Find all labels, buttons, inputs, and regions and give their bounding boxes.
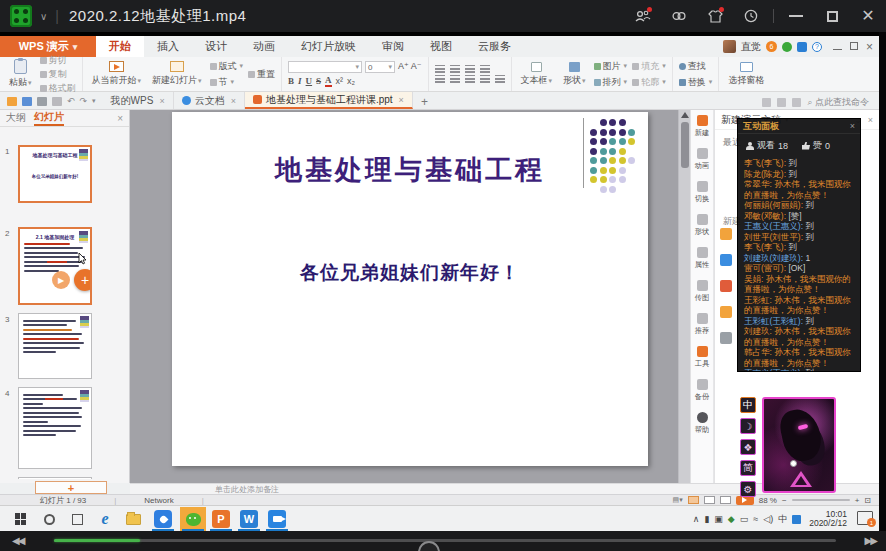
sidebar-tool-动画[interactable]: 动画 <box>691 143 713 176</box>
ime-skin-card[interactable] <box>762 397 836 493</box>
textbox-button[interactable]: 文本框▾ <box>518 57 556 91</box>
statusbar-menu-icon[interactable]: ▤▾ <box>673 496 683 504</box>
sidebar-tool-备份[interactable]: 备份 <box>691 374 713 407</box>
undo-icon[interactable]: ↶ <box>67 96 75 106</box>
taskbar-wps-writer-icon[interactable]: W <box>236 507 262 531</box>
pane-close-icon[interactable]: × <box>868 115 873 125</box>
new-document-tab-button[interactable]: + <box>413 95 436 109</box>
tray-expand-icon[interactable]: ∧ <box>693 514 700 524</box>
template-online-icon[interactable] <box>720 254 732 266</box>
sidebar-tool-属性[interactable]: 属性 <box>691 242 713 275</box>
template-more-icon[interactable] <box>720 332 732 344</box>
reset-button[interactable]: 重置 <box>248 68 275 81</box>
more-icon[interactable] <box>792 98 801 107</box>
font-family-select[interactable]: ▾ <box>288 61 362 73</box>
justify-button[interactable] <box>480 75 490 83</box>
quick-access-chevron-icon[interactable]: ▾ <box>92 97 96 105</box>
open-icon[interactable] <box>7 97 17 106</box>
normal-view-button[interactable] <box>688 496 699 504</box>
add-slide-button[interactable]: + <box>35 481 107 494</box>
taskbar-search-icon[interactable] <box>36 507 62 531</box>
number-list-button[interactable] <box>450 65 460 73</box>
slide-thumbnail-5[interactable] <box>18 477 92 479</box>
menu-tab-1[interactable]: 开始 <box>96 36 144 57</box>
menu-tab-5[interactable]: 幻灯片放映 <box>288 36 369 57</box>
indent-decrease-button[interactable] <box>465 65 475 73</box>
taskbar-recorder-icon[interactable] <box>264 507 290 531</box>
zoom-out-button[interactable]: − <box>782 496 787 505</box>
close-button[interactable]: ✕ <box>850 0 886 32</box>
preview-icon[interactable] <box>52 97 62 106</box>
zoom-slider-thumb[interactable] <box>790 460 797 467</box>
zoom-in-button[interactable]: + <box>855 496 860 505</box>
taskbar-wps-presentation-icon[interactable]: P <box>208 507 234 531</box>
help-icon[interactable]: ? <box>812 42 822 52</box>
tab-close-icon[interactable]: × <box>231 96 236 106</box>
taskbar-start-icon[interactable] <box>8 507 34 531</box>
strikethrough-button[interactable]: S <box>316 76 321 86</box>
notification-center-icon[interactable]: 1 <box>857 511 873 525</box>
font-color-button[interactable]: A <box>325 75 332 87</box>
fill-button[interactable]: 填充▾ <box>632 60 666 73</box>
vip-flame-icon[interactable]: 6 <box>766 41 777 52</box>
network-icon[interactable]: ≈ <box>753 514 758 524</box>
sidebar-tool-帮助[interactable]: 帮助 <box>691 407 713 440</box>
clock-icon[interactable] <box>733 0 769 32</box>
play-from-current-button[interactable]: 从当前开始▾ <box>89 57 145 91</box>
layout-switch-icon[interactable] <box>762 98 771 107</box>
sidebar-tool-切换[interactable]: 切换 <box>691 176 713 209</box>
wps-close-button[interactable]: × <box>866 41 873 53</box>
template-blank-icon[interactable] <box>720 228 732 240</box>
slide-canvas[interactable]: 地基处理与基础工程 各位兄弟姐妹们新年好！ <box>130 110 678 483</box>
note-icon[interactable] <box>797 42 807 52</box>
wps-restore-button[interactable] <box>850 41 858 52</box>
find-button[interactable]: 查找 <box>679 60 713 73</box>
maximize-button[interactable] <box>814 0 850 32</box>
template-category-icon[interactable] <box>720 306 732 318</box>
print-icon[interactable] <box>37 97 47 106</box>
thumbnail-add-button[interactable]: + <box>74 269 92 291</box>
taskbar-task-view-icon[interactable] <box>64 507 90 531</box>
menu-tab-6[interactable]: 审阅 <box>369 36 417 57</box>
skin-icon[interactable] <box>697 0 733 32</box>
wps-minimize-button[interactable] <box>833 41 842 52</box>
outline-button[interactable]: 轮廓▾ <box>632 76 666 89</box>
find-command-box[interactable]: ⌕ 点此查找命令 <box>807 96 869 109</box>
docer-icon[interactable] <box>782 42 792 52</box>
tab-close-icon[interactable]: × <box>159 96 164 106</box>
ime-button-1[interactable]: 中 <box>740 397 756 413</box>
canvas-scrollbar[interactable] <box>678 110 690 483</box>
gallery-icon[interactable]: ▣ <box>714 514 723 524</box>
document-tab-1[interactable]: 我的WPS× <box>103 92 174 109</box>
section-button[interactable]: 节▾ <box>210 76 244 89</box>
sync-icon[interactable] <box>777 98 786 107</box>
zoom-slider[interactable] <box>792 499 850 501</box>
copy-button[interactable]: 复制 <box>40 68 76 81</box>
paste-button[interactable]: 粘贴▾ <box>6 57 35 91</box>
ime-button-5[interactable]: ⚙ <box>740 481 756 497</box>
seek-bar[interactable] <box>54 539 836 542</box>
fit-window-button[interactable]: ⊡ <box>864 496 871 505</box>
player-menu-chevron-icon[interactable]: ∨ <box>40 11 47 22</box>
sidebar-tool-传图[interactable]: 传图 <box>691 275 713 308</box>
interaction-panel-close-icon[interactable]: × <box>850 121 855 131</box>
panel-close-icon[interactable]: × <box>117 113 123 124</box>
document-tab-2[interactable]: 云文档× <box>174 92 245 109</box>
volume-icon[interactable]: ◁) <box>763 514 773 524</box>
tab-close-icon[interactable]: × <box>399 95 404 105</box>
align-left-button[interactable] <box>435 75 445 83</box>
rewind-button[interactable]: ◀◀ <box>12 535 23 546</box>
tray-app-icon[interactable] <box>792 515 801 524</box>
menu-tab-8[interactable]: 云服务 <box>465 36 524 57</box>
italic-button[interactable]: I <box>298 76 302 86</box>
ime-language-icon[interactable]: 中 <box>778 513 787 526</box>
bold-button[interactable]: B <box>288 76 294 86</box>
user-name[interactable]: 直觉 <box>741 40 761 54</box>
picture-button[interactable]: 图片▾ <box>594 60 628 73</box>
sidebar-tool-形状[interactable]: 形状 <box>691 209 713 242</box>
font-size-select[interactable]: 0▾ <box>365 61 395 73</box>
slide-thumbnail-2[interactable]: 2.1 地基加固处理▶+ <box>18 227 92 305</box>
selection-pane-button[interactable]: 选择窗格 <box>725 57 767 91</box>
shield-icon[interactable]: ◆ <box>728 514 735 524</box>
user-avatar[interactable] <box>723 40 736 53</box>
